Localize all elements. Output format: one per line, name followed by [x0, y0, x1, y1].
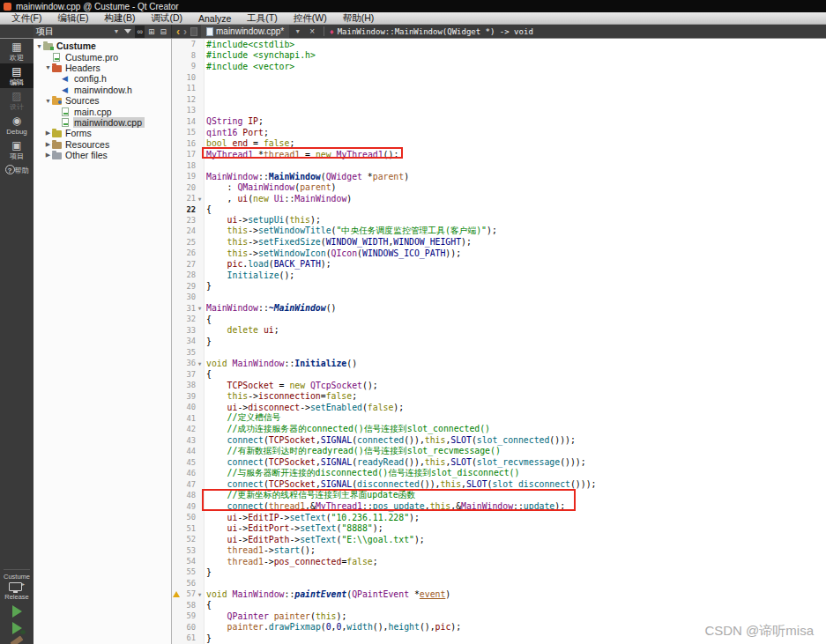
line-number[interactable]: 15: [181, 128, 196, 137]
code-line-21[interactable]: 21▼ , ui(new Ui::MainWindow): [172, 193, 826, 204]
code-line-19[interactable]: 19MainWindow::MainWindow(QWidget *parent…: [172, 171, 826, 181]
line-number[interactable]: 47: [181, 480, 196, 489]
code-line-55[interactable]: 55}: [172, 566, 826, 577]
code-line-44[interactable]: 44 //有新数据到达时的readyread()信号连接到slot_recvme…: [172, 446, 826, 456]
tree-item[interactable]: ▼Headers: [33, 63, 171, 73]
code-line-40[interactable]: 40 ui->disconnect->setEnabled(false);: [172, 402, 826, 412]
tree-item[interactable]: ▶Forms: [33, 128, 171, 138]
line-number[interactable]: 38: [181, 381, 196, 389]
code-line-57[interactable]: 57▼void MainWindow::paintEvent(QPaintEve…: [172, 588, 826, 599]
run-button[interactable]: [0, 605, 33, 618]
menu-item[interactable]: 编辑(E): [49, 12, 96, 25]
line-number[interactable]: 45: [181, 458, 196, 467]
line-number[interactable]: 17: [181, 150, 196, 159]
line-number[interactable]: 18: [181, 161, 196, 170]
menu-item[interactable]: 工具(T): [239, 12, 285, 25]
code-line-15[interactable]: 15qint16 Port;: [172, 127, 826, 137]
pane-chevron-down-icon[interactable]: ▼: [112, 26, 122, 38]
line-number[interactable]: 49: [181, 502, 196, 511]
split-icon[interactable]: [190, 27, 197, 36]
line-number[interactable]: 44: [181, 447, 196, 455]
line-number[interactable]: 60: [181, 623, 196, 632]
line-number[interactable]: 29: [181, 282, 196, 291]
line-number[interactable]: 25: [181, 238, 196, 247]
code-line-39[interactable]: 39 this->isconnection=false;: [172, 391, 826, 402]
line-number[interactable]: 36: [181, 359, 196, 367]
menu-item[interactable]: 文件(F): [4, 12, 49, 25]
chevron-expanded-icon[interactable]: ▼: [44, 64, 52, 70]
code-line-23[interactable]: 23 ui->setupUi(this);: [172, 215, 826, 226]
code-editor[interactable]: 7#include<cstdlib>8#include <synchapi.h>…: [172, 39, 826, 644]
mode-help[interactable]: ?帮助: [0, 162, 33, 177]
line-number[interactable]: 40: [181, 403, 196, 411]
mode-edit[interactable]: ▤编辑: [0, 63, 33, 88]
code-line-17[interactable]: 17MyThread1 *thread1 = new MyThread1();: [172, 149, 826, 159]
go-back-icon[interactable]: ‹: [176, 26, 180, 37]
line-number[interactable]: 23: [181, 216, 196, 225]
tree-item[interactable]: ▼Sources: [33, 95, 171, 106]
close-tab-icon[interactable]: ×: [306, 26, 318, 36]
tree-item[interactable]: mainwindow.h: [33, 85, 171, 95]
chevron-expanded-icon[interactable]: ▼: [35, 43, 43, 49]
tree-item[interactable]: main.cpp: [33, 106, 171, 116]
tree-item[interactable]: ▶Other files: [33, 150, 171, 160]
line-number[interactable]: 9: [181, 62, 196, 70]
fold-marker-icon[interactable]: ▼: [196, 360, 204, 366]
line-number[interactable]: 10: [181, 73, 196, 82]
code-line-18[interactable]: 18: [172, 159, 826, 170]
code-line-45[interactable]: 45 connect(TCPSocket,SIGNAL(readyRead())…: [172, 456, 826, 467]
code-line-34[interactable]: 34}: [172, 336, 826, 346]
build-button[interactable]: [11, 636, 24, 644]
line-number[interactable]: 14: [181, 117, 196, 126]
line-number[interactable]: 22: [181, 205, 196, 214]
code-line-46[interactable]: 46 //与服务器断开连接的disconnected()信号连接到slot_di…: [172, 468, 826, 478]
code-line-27[interactable]: 27 pic.load(BACK_PATH);: [172, 259, 826, 270]
code-line-42[interactable]: 42 //成功连接服务器的connected()信号连接到slot_connec…: [172, 424, 826, 434]
line-number[interactable]: 43: [181, 436, 196, 445]
code-line-36[interactable]: 36▼void MainWindow::Initialize(): [172, 358, 826, 368]
code-line-32[interactable]: 32{: [172, 314, 826, 324]
line-number[interactable]: 58: [181, 601, 196, 610]
code-line-37[interactable]: 37{: [172, 369, 826, 380]
fold-marker-icon[interactable]: ▼: [196, 196, 204, 202]
code-line-33[interactable]: 33 delete ui;: [172, 325, 826, 336]
code-line-48[interactable]: 48 //更新坐标的线程信号连接到主界面update函数: [172, 490, 826, 500]
code-line-38[interactable]: 38 TCPSocket = new QTcpSocket();: [172, 380, 826, 390]
tree-item[interactable]: mainwindow.cpp: [33, 117, 171, 128]
code-line-25[interactable]: 25 this->setFixedSize(WINDOW_WIDTH,WINDO…: [172, 237, 826, 248]
code-line-16[interactable]: 16bool end = false;: [172, 137, 826, 148]
code-line-47[interactable]: 47 connect(TCPSocket,SIGNAL(disconnected…: [172, 478, 826, 489]
code-line-12[interactable]: 12: [172, 93, 826, 104]
code-line-14[interactable]: 14QString IP;: [172, 115, 826, 126]
collapse-all-icon[interactable]: ⊟: [158, 26, 168, 38]
line-number[interactable]: 26: [181, 248, 196, 257]
line-number[interactable]: 52: [181, 535, 196, 544]
tree-item[interactable]: ▶Resources: [33, 139, 171, 150]
code-line-41[interactable]: 41 //定义槽信号: [172, 412, 826, 423]
tree-item[interactable]: config.h: [33, 73, 171, 84]
fold-marker-icon[interactable]: ▼: [196, 591, 204, 597]
menu-item[interactable]: 调试(D): [143, 12, 190, 25]
mode-welcome[interactable]: ▦欢迎: [0, 39, 33, 63]
line-number[interactable]: 32: [181, 315, 196, 323]
line-number[interactable]: 35: [181, 348, 196, 357]
code-line-22[interactable]: 22{: [172, 204, 826, 214]
line-number[interactable]: 12: [181, 95, 196, 104]
line-number[interactable]: 59: [181, 611, 196, 620]
code-line-53[interactable]: 53 thread1->start();: [172, 544, 826, 555]
line-number[interactable]: 7: [181, 40, 196, 48]
chevron-expanded-icon[interactable]: ▼: [44, 98, 52, 104]
line-number[interactable]: 21: [181, 194, 196, 203]
line-number[interactable]: 61: [181, 633, 196, 642]
line-number[interactable]: 28: [181, 270, 196, 279]
code-line-7[interactable]: 7#include<cstdlib>: [172, 39, 826, 49]
code-line-28[interactable]: 28 Initialize();: [172, 270, 826, 280]
tree-item[interactable]: Custume.pro: [33, 51, 171, 62]
tab-mainwindow-cpp[interactable]: mainwindow.cpp*: [201, 25, 289, 38]
code-line-52[interactable]: 52 ui->EditPath->setText("E:\\goal.txt")…: [172, 534, 826, 544]
line-number[interactable]: 11: [181, 84, 196, 93]
expand-all-icon[interactable]: ⊞: [146, 26, 157, 38]
code-line-54[interactable]: 54 thread1->pos_connected=false;: [172, 556, 826, 566]
kit-selector[interactable]: ▸: [0, 581, 33, 593]
tab-dropdown-icon[interactable]: ▼: [293, 28, 302, 34]
